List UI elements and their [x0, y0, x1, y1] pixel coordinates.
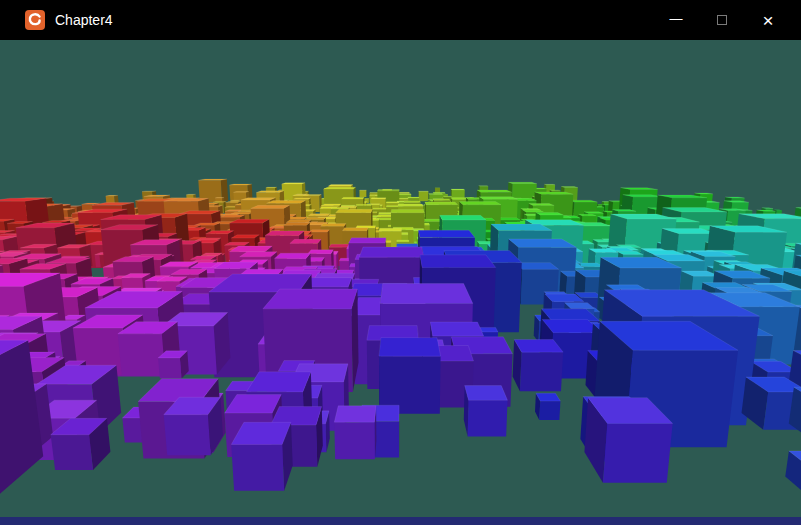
app-icon-glyph — [25, 10, 45, 30]
maximize-icon — [717, 15, 727, 25]
app-icon — [25, 10, 45, 30]
close-icon: × — [762, 11, 773, 30]
close-button[interactable]: × — [745, 0, 791, 40]
title-bar[interactable]: Chapter4 — × — [0, 0, 801, 40]
viewport-canvas[interactable] — [0, 40, 801, 517]
window-controls: — × — [653, 0, 801, 40]
window-title: Chapter4 — [55, 12, 113, 28]
app-window: Chapter4 — × — [0, 0, 801, 525]
taskbar-strip — [0, 517, 801, 525]
minimize-icon: — — [670, 12, 683, 25]
maximize-button[interactable] — [699, 0, 745, 40]
minimize-button[interactable]: — — [653, 0, 699, 40]
